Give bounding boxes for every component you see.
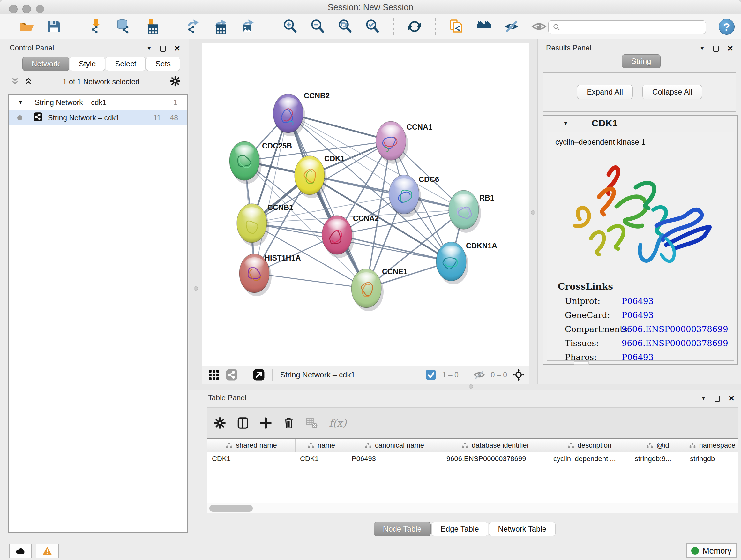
control-panel-close-icon[interactable]: ✕: [174, 44, 180, 53]
results-panel-maximize-icon[interactable]: [713, 46, 719, 52]
import-database-button[interactable]: [114, 17, 133, 36]
collapse-all-button[interactable]: Collapse All: [643, 84, 702, 99]
function-builder-button[interactable]: f(x): [329, 417, 347, 429]
gene-header[interactable]: ▼ CDK1: [543, 116, 738, 131]
table-row[interactable]: CDK1CDK1P064939606.ENSP00000378699cyclin…: [207, 452, 738, 465]
left-splitter[interactable]: [189, 39, 202, 389]
collection-expand-icon[interactable]: ▼: [18, 99, 23, 106]
node-CCNA2[interactable]: [322, 215, 354, 258]
node-CCNB1[interactable]: [237, 204, 269, 246]
gene-box-scroll-thumb[interactable]: [574, 361, 589, 365]
tab-string[interactable]: String: [622, 54, 661, 68]
birds-eye-view-icon[interactable]: [207, 368, 220, 381]
node-RB1[interactable]: [449, 190, 481, 233]
crosslink-link[interactable]: P06493: [622, 353, 654, 361]
show-columns-icon[interactable]: [236, 416, 250, 430]
delete-table-icon[interactable]: [305, 416, 319, 430]
memory-button[interactable]: Memory: [686, 543, 737, 558]
expand-all-button[interactable]: Expand All: [577, 84, 633, 99]
table-cell[interactable]: CDK1: [295, 455, 347, 463]
create-column-icon[interactable]: [259, 416, 273, 430]
import-table-button[interactable]: [142, 17, 160, 36]
tab-network-table[interactable]: Network Table: [489, 522, 556, 536]
zoom-in-button[interactable]: [281, 17, 299, 36]
duplicate-network-button[interactable]: [448, 17, 466, 36]
network-row-selected[interactable]: String Network – cdk1 11 48: [9, 110, 187, 125]
table-cell[interactable]: stringdb:9...: [630, 455, 685, 463]
zoom-fit-button[interactable]: [336, 17, 354, 36]
right-splitter-handle[interactable]: [531, 210, 535, 214]
export-image-button[interactable]: [239, 17, 257, 36]
table-cell[interactable]: P06493: [347, 455, 442, 463]
crosslink-link[interactable]: P06493: [622, 296, 654, 306]
help-button[interactable]: ?: [719, 19, 735, 35]
tab-select[interactable]: Select: [106, 57, 145, 71]
hidden-eye-icon[interactable]: [473, 368, 486, 381]
table-options-gear-icon[interactable]: [213, 416, 227, 430]
column-header-namespace[interactable]: namespace: [685, 439, 738, 452]
column-header-description[interactable]: description: [549, 439, 630, 452]
table-panel-maximize-icon[interactable]: [715, 395, 720, 401]
table-cell[interactable]: 9606.ENSP00000378699: [442, 455, 549, 463]
warnings-button[interactable]: [36, 544, 59, 558]
open-in-new-window-icon[interactable]: [253, 368, 265, 381]
horizontal-splitter[interactable]: [189, 384, 741, 389]
network-badge-icon[interactable]: [225, 368, 238, 381]
tab-style[interactable]: Style: [70, 57, 105, 71]
network-options-gear-icon[interactable]: [170, 76, 181, 88]
table-cell[interactable]: stringdb: [685, 455, 738, 463]
save-session-button[interactable]: [45, 17, 63, 36]
search-box[interactable]: [548, 20, 706, 34]
table-panel-float-icon[interactable]: ▼: [701, 395, 706, 401]
refresh-button[interactable]: [405, 17, 424, 36]
delete-column-icon[interactable]: [282, 416, 296, 430]
tab-node-table[interactable]: Node Table: [374, 522, 431, 536]
node-CCNB2[interactable]: [273, 94, 306, 136]
open-session-button[interactable]: [17, 17, 36, 36]
selected-checkbox-icon[interactable]: [424, 368, 437, 381]
fit-selected-crosshair-icon[interactable]: [512, 368, 525, 381]
edge-CCNB2-HIST1H1A[interactable]: [254, 113, 288, 273]
zoom-selected-button[interactable]: [363, 17, 382, 36]
home-layout-button[interactable]: [475, 17, 493, 36]
tab-sets[interactable]: Sets: [146, 57, 180, 71]
tab-edge-table[interactable]: Edge Table: [431, 522, 488, 536]
node-CDK1[interactable]: [294, 156, 327, 198]
node-CCNE1[interactable]: [351, 269, 384, 311]
horizontal-splitter-handle[interactable]: [469, 384, 473, 388]
results-panel-float-icon[interactable]: ▼: [699, 45, 705, 52]
table-scroll-thumb[interactable]: [209, 505, 253, 512]
search-input[interactable]: [561, 21, 705, 33]
left-splitter-handle[interactable]: [194, 287, 198, 291]
crosslink-link[interactable]: P06493: [622, 310, 654, 320]
zoom-out-button[interactable]: [308, 17, 327, 36]
gene-collapse-icon[interactable]: ▼: [562, 120, 569, 127]
collapse-all-tree-icon[interactable]: [11, 77, 19, 86]
column-header-id[interactable]: @id: [630, 439, 685, 452]
control-panel-maximize-icon[interactable]: [160, 46, 165, 52]
network-graph[interactable]: CCNB2CCNA1CDC25BCDK1CDC6RB1CCNB1CCNA2CDK…: [202, 44, 529, 366]
table-panel-close-icon[interactable]: ✕: [728, 394, 735, 403]
network-canvas[interactable]: CCNB2CCNA1CDC25BCDK1CDC6RB1CCNB1CCNA2CDK…: [202, 44, 529, 366]
node-table[interactable]: shared namenamecanonical namedatabase id…: [207, 438, 738, 513]
table-cell[interactable]: cyclin–dependent ...: [549, 455, 630, 463]
crosslink-link[interactable]: 9606.ENSP00000378699: [622, 338, 728, 348]
column-header-shared-name[interactable]: shared name: [207, 439, 295, 452]
hide-selected-button[interactable]: [502, 17, 521, 36]
results-panel-close-icon[interactable]: ✕: [727, 44, 733, 53]
network-collection-row[interactable]: ▼ String Network – cdk1 1: [9, 95, 187, 110]
column-header-database-identifier[interactable]: database identifier: [442, 439, 549, 452]
control-panel-float-icon[interactable]: ▼: [146, 45, 152, 52]
tab-network[interactable]: Network: [22, 57, 69, 71]
export-network-button[interactable]: [184, 17, 202, 36]
table-horizontal-scrollbar[interactable]: [207, 503, 738, 513]
column-header-canonical-name[interactable]: canonical name: [347, 439, 442, 452]
column-header-name[interactable]: name: [295, 439, 347, 452]
cloud-button[interactable]: [9, 544, 32, 558]
node-CDC6[interactable]: [389, 175, 421, 217]
table-cell[interactable]: CDK1: [207, 455, 295, 463]
import-network-button[interactable]: [87, 17, 105, 36]
expand-all-tree-icon[interactable]: [24, 77, 32, 86]
show-all-button[interactable]: [530, 17, 548, 36]
crosslink-link[interactable]: 9606.ENSP00000378699: [622, 324, 728, 334]
